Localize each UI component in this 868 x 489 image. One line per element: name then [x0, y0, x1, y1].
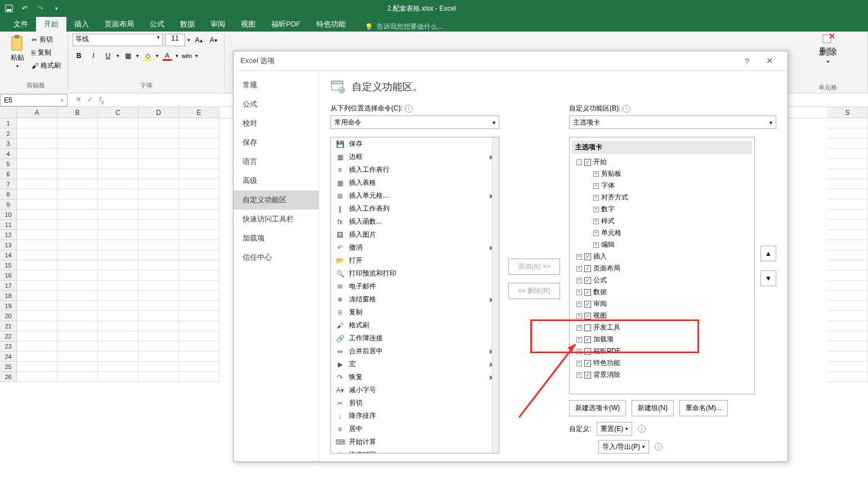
col-header[interactable]: C [98, 107, 138, 118]
command-item[interactable]: 🔍打印预览和打印 [331, 267, 499, 280]
nav-item[interactable]: 信任中心 [234, 248, 319, 267]
tree-item[interactable]: +样式 [572, 215, 752, 227]
row-header[interactable]: 26 [0, 372, 17, 382]
expand-icon[interactable]: + [593, 195, 599, 201]
tab-file[interactable]: 文件 [6, 17, 36, 32]
copy-button[interactable]: ⎘复制 [29, 47, 63, 59]
expand-icon[interactable]: + [576, 313, 582, 319]
tree-item[interactable]: +数字 [572, 203, 752, 215]
tree-item[interactable]: +✓公式 [572, 274, 752, 286]
expand-icon[interactable]: + [593, 230, 599, 236]
row-header[interactable]: 11 [0, 220, 17, 230]
tree-item[interactable]: +编辑 [572, 239, 752, 251]
expand-icon[interactable]: + [593, 183, 599, 189]
row-header[interactable]: 14 [0, 250, 17, 260]
command-item[interactable]: 🖌格式刷 [331, 319, 499, 332]
phonetic-button[interactable]: wén [181, 50, 193, 62]
col-header[interactable]: S [827, 107, 868, 118]
expand-icon[interactable]: + [576, 361, 582, 366]
expand-icon[interactable]: + [576, 372, 582, 378]
row-header[interactable]: 5 [0, 159, 17, 169]
row-header[interactable]: 3 [0, 139, 17, 149]
tree-item[interactable]: +✓福昕PDF [572, 345, 752, 357]
font-size-select[interactable]: 11 [165, 34, 185, 46]
reset-combo[interactable]: 重置(E)▾ [597, 422, 632, 435]
font-name-select[interactable]: 等线▾ [73, 34, 163, 46]
row-header[interactable]: 16 [0, 270, 17, 281]
expand-icon[interactable]: + [576, 290, 582, 295]
tree-item[interactable]: +对齐方式 [572, 192, 752, 203]
command-item[interactable]: ≡居中 [331, 423, 499, 435]
row-header[interactable]: 22 [0, 331, 17, 341]
row-header[interactable]: 4 [0, 149, 17, 159]
tab-insert[interactable]: 插入 [66, 17, 97, 32]
nav-item[interactable]: 保存 [234, 133, 319, 152]
cut-button[interactable]: ✂剪切 [29, 34, 63, 46]
command-item[interactable]: ↷恢复▶ [331, 371, 499, 384]
name-box[interactable]: E5 ▾ [0, 94, 68, 106]
command-item[interactable]: ⎘复制 [331, 306, 499, 319]
underline-button[interactable]: U [102, 50, 114, 62]
command-item[interactable]: ≡插入工作表行 [331, 163, 499, 176]
save-icon[interactable] [5, 4, 14, 13]
tree-item[interactable]: +✓加载项 [572, 334, 752, 345]
close-icon[interactable]: ✕ [758, 56, 781, 66]
new-group-button[interactable]: 新建组(N) [632, 400, 674, 416]
tree-item[interactable]: +✓特色功能 [572, 357, 752, 369]
row-header[interactable]: 23 [0, 341, 17, 352]
nav-item[interactable]: 公式 [234, 95, 319, 114]
move-up-button[interactable]: ▲ [760, 246, 776, 261]
row-header[interactable]: 1 [0, 118, 17, 128]
help-icon[interactable]: ? [736, 56, 758, 66]
checkbox[interactable]: ✓ [584, 313, 591, 319]
checkbox[interactable]: ✓ [584, 159, 591, 166]
row-header[interactable]: 20 [0, 311, 17, 321]
tree-item[interactable]: +剪贴板 [572, 168, 752, 180]
expand-icon[interactable]: + [576, 266, 582, 272]
fx-icon[interactable]: fx [99, 95, 104, 105]
info-icon[interactable]: i [638, 425, 646, 433]
checkbox[interactable]: ✓ [584, 372, 591, 379]
info-icon[interactable]: i [405, 105, 413, 113]
command-item[interactable]: ⊞插入单元格...▶ [331, 189, 499, 202]
redo-icon[interactable]: ↷ [36, 4, 45, 13]
command-item[interactable]: A▾减小字号 [331, 384, 499, 397]
col-header[interactable]: A [17, 107, 57, 118]
checkbox[interactable] [584, 324, 591, 331]
enter-icon[interactable]: ✓ [87, 95, 93, 105]
font-color-button[interactable]: A [161, 50, 173, 62]
expand-icon[interactable]: + [576, 278, 582, 283]
expand-icon[interactable]: + [576, 301, 582, 307]
row-header[interactable]: 10 [0, 210, 17, 220]
command-item[interactable]: ‖插入工作表列 [331, 202, 499, 215]
command-item[interactable]: ⌨开始计算 [331, 435, 499, 448]
command-item[interactable]: ❄冻结窗格▶ [331, 293, 499, 306]
row-header[interactable]: 15 [0, 260, 17, 270]
new-tab-button[interactable]: 新建选项卡(W) [569, 400, 626, 416]
info-icon[interactable]: i [655, 443, 663, 451]
checkbox[interactable]: ✓ [584, 265, 591, 272]
format-painter-button[interactable]: 🖌格式刷 [29, 60, 63, 72]
rename-button[interactable]: 重命名(M)... [679, 400, 728, 416]
grow-font-button[interactable]: A▴ [193, 34, 205, 46]
tab-home[interactable]: 开始 [36, 17, 66, 32]
tab-review[interactable]: 审阅 [203, 17, 233, 32]
row-header[interactable]: 25 [0, 362, 17, 372]
command-item[interactable]: ⇔合并后居中▶ [331, 345, 499, 358]
command-item[interactable]: 🖼插入图片 [331, 228, 499, 241]
command-item[interactable]: ▦边框▶ [331, 150, 499, 163]
tree-item[interactable]: +✓数据 [572, 286, 752, 298]
nav-item[interactable]: 高级 [234, 171, 319, 190]
border-button[interactable]: ▦ [122, 50, 134, 62]
command-item[interactable]: ▦插入表格 [331, 176, 499, 189]
tree-item[interactable]: +开发工具 [572, 322, 752, 334]
undo-icon[interactable]: ↶ [20, 4, 29, 13]
paste-button[interactable]: 粘贴 ▾ [8, 34, 27, 70]
tell-me[interactable]: 💡 告诉我您想要做什么... [365, 22, 443, 32]
commands-list[interactable]: 💾保存▦边框▶≡插入工作表行▦插入表格⊞插入单元格...▶‖插入工作表列fx插入… [330, 137, 499, 454]
tab-data[interactable]: 数据 [172, 17, 203, 32]
import-export-combo[interactable]: 导入/导出(P)▾ [598, 440, 649, 454]
expand-icon[interactable]: + [593, 242, 599, 248]
row-header[interactable]: 17 [0, 281, 17, 291]
fill-color-button[interactable]: ◇ [141, 50, 154, 62]
